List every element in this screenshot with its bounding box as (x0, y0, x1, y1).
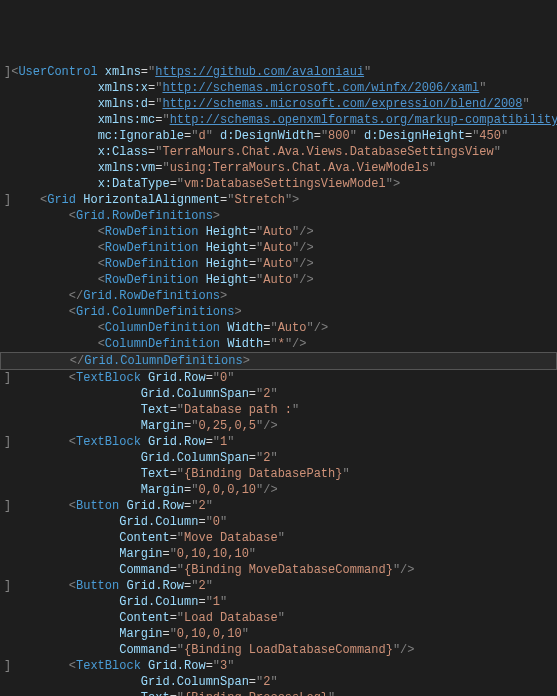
code-line: xmlns:mc="http://schemas.openxmlformats.… (4, 113, 557, 127)
code-line: Grid.ColumnSpan="2" (4, 387, 278, 401)
code-line: ]<UserControl xmlns="https://github.com/… (4, 65, 371, 79)
code-line: Grid.ColumnSpan="2" (4, 675, 278, 689)
highlighted-line: </Grid.ColumnDefinitions> (0, 352, 557, 370)
code-line: x:DataType="vm:DatabaseSettingsViewModel… (4, 177, 400, 191)
code-line: Grid.Column="1" (4, 595, 227, 609)
code-line: Margin="0,10,0,10" (4, 627, 249, 641)
code-line: </Grid.RowDefinitions> (4, 289, 227, 303)
code-line: mc:Ignorable="d" d:DesignWidth="800" d:D… (4, 129, 508, 143)
code-line: <Grid.RowDefinitions> (4, 209, 220, 223)
code-line: Margin="0,25,0,5"/> (4, 419, 278, 433)
code-line: Grid.ColumnSpan="2" (4, 451, 278, 465)
code-line: <RowDefinition Height="Auto"/> (4, 225, 314, 239)
code-line: Text="{Binding DatabasePath}" (4, 467, 350, 481)
code-line: ] <TextBlock Grid.Row="1" (4, 435, 234, 449)
code-line: ] <Button Grid.Row="2" (4, 579, 213, 593)
code-line: Margin="0,10,10,10" (4, 547, 256, 561)
code-line: Text="Database path :" (4, 403, 299, 417)
code-line: Content="Move Database" (4, 531, 285, 545)
code-line: Margin="0,0,0,10"/> (4, 483, 278, 497)
code-line: <Grid.ColumnDefinitions> (4, 305, 242, 319)
code-line: xmlns:d="http://schemas.microsoft.com/ex… (4, 97, 530, 111)
code-line: <RowDefinition Height="Auto"/> (4, 273, 314, 287)
code-line: <ColumnDefinition Width="Auto"/> (4, 321, 328, 335)
code-line: xmlns:vm="using:TerraMours.Chat.Ava.View… (4, 161, 436, 175)
code-line: ] <TextBlock Grid.Row="3" (4, 659, 234, 673)
code-line: Text="{Binding ProcessLog}" (4, 691, 335, 696)
code-line: ] <Grid HorizontalAlignment="Stretch"> (4, 193, 299, 207)
code-line: Grid.Column="0" (4, 515, 227, 529)
code-line: Content="Load Database" (4, 611, 285, 625)
code-editor[interactable]: ]<UserControl xmlns="https://github.com/… (0, 64, 557, 696)
code-line: ] <TextBlock Grid.Row="0" (4, 371, 234, 385)
code-line: Command="{Binding LoadDatabaseCommand}"/… (4, 643, 415, 657)
code-line: Command="{Binding MoveDatabaseCommand}"/… (4, 563, 415, 577)
code-line: ] <Button Grid.Row="2" (4, 499, 213, 513)
code-line: x:Class="TerraMours.Chat.Ava.Views.Datab… (4, 145, 501, 159)
code-line: xmlns:x="http://schemas.microsoft.com/wi… (4, 81, 487, 95)
code-line: <ColumnDefinition Width="*"/> (4, 337, 306, 351)
code-line: <RowDefinition Height="Auto"/> (4, 257, 314, 271)
code-line: <RowDefinition Height="Auto"/> (4, 241, 314, 255)
